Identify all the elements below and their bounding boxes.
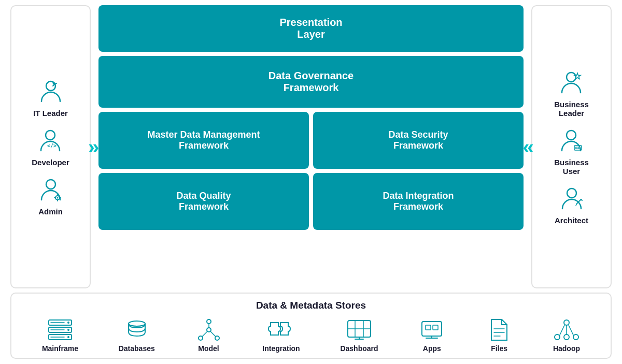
developer-icon: </> xyxy=(36,127,65,155)
business-user-icon xyxy=(557,127,586,155)
svg-rect-54 xyxy=(433,325,438,330)
side-item-admin: Admin xyxy=(36,176,65,216)
store-item-apps: Apps xyxy=(418,318,445,353)
developer-label: Developer xyxy=(32,158,69,167)
svg-point-0 xyxy=(46,81,55,91)
svg-point-20 xyxy=(567,188,576,198)
hadoop-label: Hadoop xyxy=(553,344,580,353)
side-item-business-user: Business User xyxy=(554,127,589,176)
svg-point-59 xyxy=(555,334,560,340)
store-item-hadoop: Hadoop xyxy=(553,318,580,353)
store-item-dashboard: Dashboard xyxy=(340,318,378,353)
right-side-panel: Business Leader xyxy=(531,5,612,288)
data-integration-box: Data Integration Framework xyxy=(313,173,524,230)
it-leader-label: IT Leader xyxy=(33,109,68,118)
business-user-label: Business User xyxy=(554,158,589,176)
store-item-integration: Integration xyxy=(262,318,300,353)
governance-framework-label: Data Governance Framework xyxy=(268,70,354,94)
center-area: » « Presentation Layer Data Governance F… xyxy=(91,5,531,288)
svg-text:</>: </> xyxy=(47,143,56,149)
svg-line-42 xyxy=(210,331,216,337)
svg-point-36 xyxy=(207,328,211,332)
left-side-panel: IT Leader </> Developer xyxy=(10,5,91,288)
svg-point-33 xyxy=(129,321,145,326)
databases-icon xyxy=(123,318,150,341)
data-stores-title: Data & Metadata Stores xyxy=(22,300,600,311)
hadoop-icon xyxy=(553,318,580,341)
admin-icon xyxy=(36,176,65,205)
svg-rect-53 xyxy=(426,325,431,330)
svg-line-22 xyxy=(581,199,582,200)
architect-label: Architect xyxy=(555,216,588,225)
presentation-layer-label: Presentation Layer xyxy=(279,17,342,40)
apps-icon xyxy=(418,318,445,341)
svg-point-3 xyxy=(46,180,55,189)
store-item-databases: Databases xyxy=(119,318,155,353)
side-item-developer: </> Developer xyxy=(32,127,69,167)
svg-point-10 xyxy=(567,72,576,82)
framework-row-2: Data Quality Framework Data Integration … xyxy=(98,173,524,230)
store-item-files: Files xyxy=(486,318,513,353)
store-item-model: Model xyxy=(195,318,222,353)
admin-label: Admin xyxy=(38,207,63,216)
svg-point-39 xyxy=(215,336,219,340)
svg-point-58 xyxy=(564,320,569,325)
presentation-layer-box: Presentation Layer xyxy=(98,5,524,52)
databases-label: Databases xyxy=(119,344,155,353)
mainframe-label: Mainframe xyxy=(42,344,78,353)
svg-line-23 xyxy=(576,203,577,206)
data-security-label: Data Security Framework xyxy=(388,129,448,151)
svg-point-61 xyxy=(573,334,578,340)
model-icon xyxy=(195,318,222,341)
svg-point-38 xyxy=(199,336,203,340)
svg-line-64 xyxy=(569,325,574,336)
files-label: Files xyxy=(491,344,507,353)
master-data-box: Master Data Management Framework xyxy=(98,112,309,169)
svg-point-60 xyxy=(564,334,569,340)
dashboard-icon xyxy=(346,318,373,341)
data-integration-label: Data Integration Framework xyxy=(383,191,454,212)
data-quality-box: Data Quality Framework xyxy=(98,173,309,230)
svg-point-37 xyxy=(207,319,211,324)
svg-line-62 xyxy=(559,325,564,336)
mainframe-icon xyxy=(47,318,74,341)
data-stores-section: Data & Metadata Stores xyxy=(10,293,612,359)
data-quality-label: Data Quality Framework xyxy=(176,191,231,212)
data-security-box: Data Security Framework xyxy=(313,112,524,169)
svg-line-41 xyxy=(202,331,207,337)
store-item-mainframe: Mainframe xyxy=(42,318,78,353)
side-item-business-leader: Business Leader xyxy=(554,69,589,118)
svg-point-12 xyxy=(567,130,576,140)
integration-label: Integration xyxy=(262,344,300,353)
business-leader-icon xyxy=(557,69,586,97)
left-arrow: » xyxy=(88,137,99,157)
files-icon xyxy=(486,318,513,341)
master-data-label: Master Data Management Framework xyxy=(147,129,260,151)
right-arrow: « xyxy=(523,137,534,157)
apps-label: Apps xyxy=(423,344,441,353)
side-item-architect: Architect xyxy=(555,185,588,225)
svg-point-27 xyxy=(67,322,69,324)
svg-rect-49 xyxy=(422,322,442,336)
framework-row-1: Master Data Management Framework Data Se… xyxy=(98,112,524,169)
data-stores-icons: Mainframe Databases xyxy=(22,318,600,353)
business-leader-label: Business Leader xyxy=(554,100,589,118)
it-leader-icon xyxy=(36,78,65,106)
model-label: Model xyxy=(198,344,219,353)
svg-point-5 xyxy=(56,197,58,198)
svg-point-29 xyxy=(67,336,69,338)
svg-point-28 xyxy=(67,329,69,331)
svg-point-1 xyxy=(46,130,55,140)
governance-framework-box: Data Governance Framework xyxy=(98,56,524,108)
side-item-it-leader: IT Leader xyxy=(33,78,68,118)
integration-icon xyxy=(267,318,294,341)
architect-icon xyxy=(557,185,586,213)
dashboard-label: Dashboard xyxy=(340,344,378,353)
